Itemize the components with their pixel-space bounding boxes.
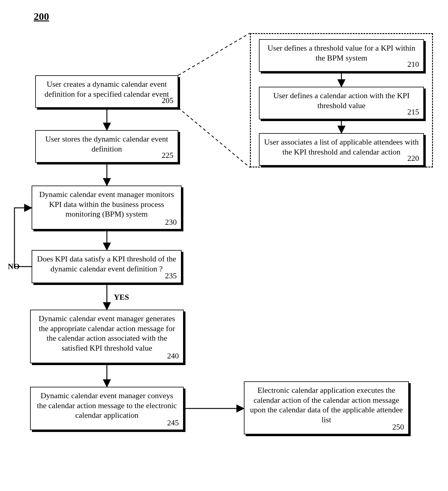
box-text: Dynamic calendar event manager conveys t… [37,391,177,420]
svg-line-9 [178,108,250,167]
box-text: Electronic calendar application executes… [250,386,403,424]
box-225: User stores the dynamic calendar event d… [35,130,178,163]
box-ref: 210 [407,60,419,70]
box-ref: 215 [407,107,419,117]
box-245: Dynamic calendar event manager conveys t… [30,387,184,430]
box-215: User defines a calendar action with the … [259,87,424,119]
edge-label-yes: YES [114,293,129,302]
box-ref: 220 [407,154,419,164]
box-205: User creates a dynamic calendar event de… [35,75,178,108]
box-text: User defines a threshold value for a KPI… [268,44,415,62]
box-ref: 235 [165,271,177,281]
box-240: Dynamic calendar event manager generates… [30,310,184,363]
svg-line-8 [178,33,250,75]
box-text: Dynamic calendar event manager generates… [39,314,175,352]
box-text: User stores the dynamic calendar event d… [45,135,168,153]
box-text: User creates a dynamic calendar event de… [45,80,169,99]
box-text: User defines a calendar action with the … [273,91,410,110]
box-230: Dynamic calendar event manager monitors … [32,186,182,230]
edge-label-no: NO [8,262,20,271]
flowchart-canvas: 200 User creates a dynamic calendar even… [0,0,448,491]
box-210: User defines a threshold value for a KPI… [259,39,424,72]
box-ref: 240 [167,351,179,361]
box-250: Electronic calendar application executes… [244,381,409,434]
box-text: User associates a list of applicable att… [264,138,418,156]
figure-number: 200 [34,11,49,22]
box-220: User associates a list of applicable att… [259,133,424,166]
box-text: Dynamic calendar event manager monitors … [39,190,174,218]
box-ref: 230 [165,217,177,227]
box-ref: 245 [167,418,179,428]
box-235: Does KPI data satisfy a KPI threshold of… [32,250,182,283]
box-text: Does KPI data satisfy a KPI threshold of… [37,255,176,273]
box-ref: 250 [392,422,404,432]
box-ref: 225 [162,151,173,161]
box-ref: 205 [162,96,173,106]
